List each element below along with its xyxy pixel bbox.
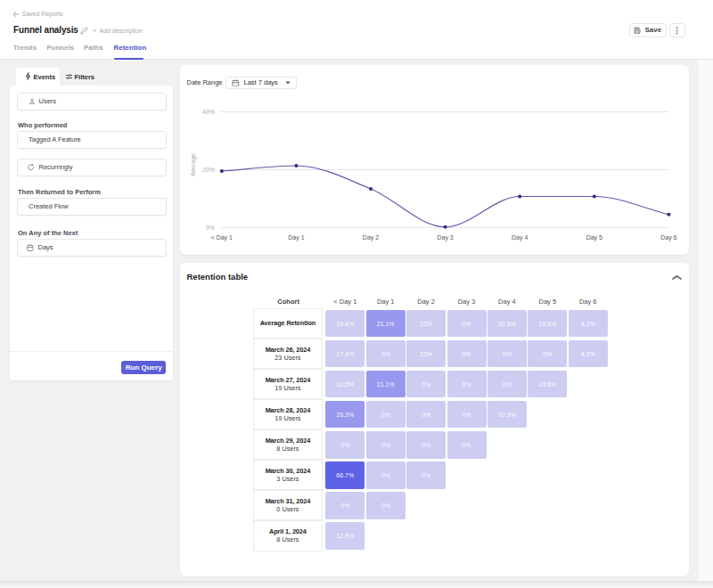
svg-text:Day 6: Day 6 [660,234,676,241]
svg-text:20%: 20% [202,167,215,173]
svg-text:< Day 1: < Day 1 [211,234,233,241]
svg-text:Day 1: Day 1 [288,234,304,241]
svg-text:0%: 0% [206,225,215,231]
svg-text:Day 2: Day 2 [363,234,379,241]
svg-text:Average: Average [190,153,197,176]
svg-text:Day 5: Day 5 [586,234,602,241]
svg-text:Day 4: Day 4 [512,234,528,241]
svg-text:40%: 40% [202,109,215,115]
svg-text:Day 3: Day 3 [437,234,453,241]
